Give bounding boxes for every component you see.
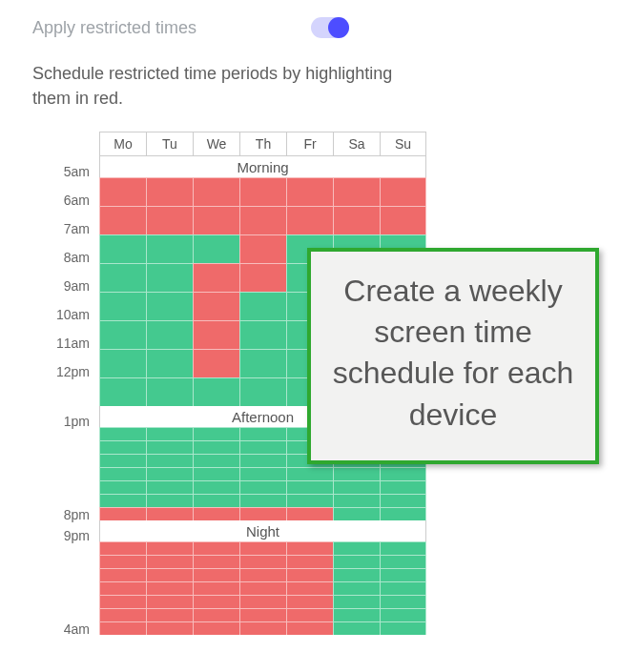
schedule-cell[interactable]: [99, 377, 146, 406]
schedule-cell[interactable]: [99, 494, 146, 507]
schedule-cell[interactable]: [146, 608, 193, 621]
schedule-cell[interactable]: [333, 581, 380, 595]
schedule-cell[interactable]: [146, 480, 193, 494]
schedule-cell[interactable]: [99, 621, 146, 635]
schedule-cell[interactable]: [146, 234, 193, 263]
schedule-cell[interactable]: [286, 494, 333, 507]
schedule-cell[interactable]: [239, 541, 286, 555]
schedule-cell[interactable]: [286, 541, 333, 555]
schedule-cell[interactable]: [239, 581, 286, 595]
schedule-cell[interactable]: [99, 555, 146, 568]
schedule-cell[interactable]: [146, 177, 193, 206]
schedule-cell[interactable]: [193, 292, 239, 320]
schedule-cell[interactable]: [99, 427, 146, 440]
schedule-cell[interactable]: [286, 206, 333, 234]
schedule-cell[interactable]: [239, 467, 286, 480]
schedule-cell[interactable]: [193, 177, 239, 206]
schedule-cell[interactable]: [380, 480, 426, 494]
schedule-cell[interactable]: [146, 440, 193, 454]
schedule-cell[interactable]: [146, 377, 193, 406]
schedule-cell[interactable]: [193, 377, 239, 406]
schedule-cell[interactable]: [286, 467, 333, 480]
schedule-cell[interactable]: [239, 377, 286, 406]
schedule-cell[interactable]: [99, 480, 146, 494]
schedule-cell[interactable]: [239, 440, 286, 454]
schedule-cell[interactable]: [146, 555, 193, 568]
schedule-cell[interactable]: [193, 349, 239, 377]
schedule-cell[interactable]: [99, 581, 146, 595]
schedule-cell[interactable]: [146, 595, 193, 608]
schedule-cell[interactable]: [333, 206, 380, 234]
schedule-cell[interactable]: [380, 595, 426, 608]
schedule-cell[interactable]: [146, 263, 193, 292]
schedule-cell[interactable]: [99, 263, 146, 292]
schedule-cell[interactable]: [239, 621, 286, 635]
schedule-cell[interactable]: [146, 427, 193, 440]
schedule-cell[interactable]: [333, 494, 380, 507]
schedule-cell[interactable]: [146, 507, 193, 520]
schedule-cell[interactable]: [146, 467, 193, 480]
schedule-cell[interactable]: [193, 480, 239, 494]
schedule-cell[interactable]: [239, 608, 286, 621]
schedule-cell[interactable]: [333, 621, 380, 635]
schedule-cell[interactable]: [193, 541, 239, 555]
schedule-cell[interactable]: [239, 292, 286, 320]
schedule-cell[interactable]: [286, 595, 333, 608]
schedule-cell[interactable]: [380, 608, 426, 621]
schedule-cell[interactable]: [193, 621, 239, 635]
schedule-cell[interactable]: [99, 467, 146, 480]
schedule-cell[interactable]: [239, 177, 286, 206]
schedule-cell[interactable]: [286, 480, 333, 494]
schedule-cell[interactable]: [380, 568, 426, 581]
schedule-cell[interactable]: [239, 320, 286, 349]
schedule-cell[interactable]: [333, 467, 380, 480]
schedule-cell[interactable]: [146, 494, 193, 507]
schedule-cell[interactable]: [380, 494, 426, 507]
schedule-cell[interactable]: [239, 206, 286, 234]
schedule-cell[interactable]: [239, 494, 286, 507]
schedule-cell[interactable]: [193, 507, 239, 520]
schedule-cell[interactable]: [380, 555, 426, 568]
schedule-cell[interactable]: [193, 454, 239, 467]
schedule-cell[interactable]: [99, 349, 146, 377]
schedule-cell[interactable]: [193, 595, 239, 608]
schedule-cell[interactable]: [286, 621, 333, 635]
schedule-cell[interactable]: [239, 427, 286, 440]
schedule-cell[interactable]: [146, 320, 193, 349]
schedule-cell[interactable]: [193, 234, 239, 263]
schedule-cell[interactable]: [286, 555, 333, 568]
schedule-cell[interactable]: [99, 320, 146, 349]
schedule-cell[interactable]: [99, 292, 146, 320]
night-cells[interactable]: [99, 541, 426, 635]
schedule-cell[interactable]: [286, 608, 333, 621]
schedule-cell[interactable]: [99, 234, 146, 263]
schedule-cell[interactable]: [99, 608, 146, 621]
schedule-cell[interactable]: [146, 206, 193, 234]
schedule-cell[interactable]: [193, 568, 239, 581]
schedule-cell[interactable]: [239, 595, 286, 608]
schedule-cell[interactable]: [146, 568, 193, 581]
schedule-cell[interactable]: [239, 263, 286, 292]
schedule-cell[interactable]: [193, 206, 239, 234]
schedule-cell[interactable]: [146, 581, 193, 595]
schedule-cell[interactable]: [193, 608, 239, 621]
schedule-cell[interactable]: [99, 507, 146, 520]
schedule-cell[interactable]: [333, 541, 380, 555]
schedule-cell[interactable]: [333, 608, 380, 621]
schedule-cell[interactable]: [239, 234, 286, 263]
schedule-cell[interactable]: [380, 541, 426, 555]
schedule-cell[interactable]: [380, 507, 426, 520]
schedule-cell[interactable]: [333, 568, 380, 581]
schedule-cell[interactable]: [239, 507, 286, 520]
schedule-cell[interactable]: [99, 454, 146, 467]
schedule-cell[interactable]: [380, 177, 426, 206]
schedule-cell[interactable]: [99, 206, 146, 234]
schedule-cell[interactable]: [380, 581, 426, 595]
schedule-cell[interactable]: [193, 555, 239, 568]
schedule-cell[interactable]: [239, 568, 286, 581]
schedule-cell[interactable]: [99, 440, 146, 454]
schedule-cell[interactable]: [333, 480, 380, 494]
schedule-cell[interactable]: [380, 206, 426, 234]
schedule-cell[interactable]: [193, 581, 239, 595]
schedule-cell[interactable]: [239, 349, 286, 377]
